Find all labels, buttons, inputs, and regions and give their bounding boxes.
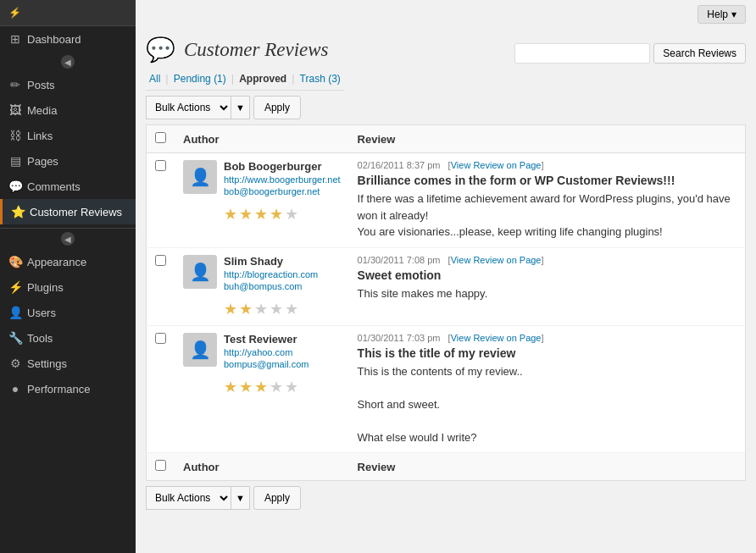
table-row: 👤Test Reviewerhttp://yahoo.combompus@gma… <box>147 325 746 453</box>
stars: ★★★★★ <box>224 205 341 224</box>
star-empty: ★ <box>285 378 298 396</box>
sidebar-item-label-settings: Settings <box>27 357 67 370</box>
sidebar-item-appearance[interactable]: 🎨Appearance <box>0 249 136 274</box>
bulk-actions-select-bottom[interactable]: Bulk Actions <box>146 486 231 510</box>
author-name: Slim Shady <box>224 255 318 268</box>
sidebar-item-plugins[interactable]: ⚡Plugins <box>0 274 136 300</box>
sidebar-item-dashboard[interactable]: ⊞Dashboard <box>0 26 136 52</box>
sidebar-item-tools[interactable]: 🔧Tools <box>0 325 136 351</box>
row-checkbox-cell <box>147 247 175 325</box>
plugins-icon: ⚡ <box>8 280 22 294</box>
row-checkbox[interactable] <box>155 333 166 344</box>
settings-icon: ⚙ <box>8 357 22 370</box>
star-filled: ★ <box>270 205 283 224</box>
sidebar-item-links[interactable]: ⛓Links <box>0 123 136 148</box>
apply-button-bottom[interactable]: Apply <box>253 486 301 510</box>
bulk-actions-arrow-top[interactable]: ▼ <box>231 96 250 119</box>
review-meta: 01/30/2011 7:08 pm [View Review on Page] <box>358 255 737 265</box>
sidebar-item-performance[interactable]: ●Performance <box>0 376 136 401</box>
sidebar-item-comments[interactable]: 💬Comments <box>0 174 136 199</box>
table-row: 👤Bob Boogerburgerhttp://www.boogerburger… <box>147 153 746 248</box>
table-header-row: Author Review <box>147 125 746 153</box>
help-button[interactable]: Help ▾ <box>698 5 746 24</box>
author-url[interactable]: http://yahoo.com <box>224 347 309 357</box>
view-review-link[interactable]: View Review on Page <box>451 255 542 265</box>
sidebar-item-label-media: Media <box>27 104 57 117</box>
page-header-icon: 💬 <box>146 36 175 64</box>
sidebar-nav: ⊞Dashboard◀✏Posts🖼Media⛓Links▤Pages💬Comm… <box>0 26 136 401</box>
author-email[interactable]: bob@boogerburger.net <box>224 186 341 196</box>
search-button[interactable]: Search Reviews <box>653 43 746 64</box>
review-meta: 01/30/2011 7:03 pm [View Review on Page] <box>358 333 737 343</box>
performance-icon: ● <box>8 382 22 395</box>
pages-icon: ▤ <box>8 154 22 168</box>
bulk-actions-select-top[interactable]: Bulk Actions <box>146 96 231 119</box>
stars: ★★★★★ <box>224 378 309 396</box>
table-row: 👤Slim Shadyhttp://blogreaction.combuh@bo… <box>147 247 746 325</box>
bulk-actions-arrow-bottom[interactable]: ▼ <box>231 486 250 510</box>
main-content: Help ▾ 💬 Customer Reviews All | Pending … <box>136 0 756 553</box>
star-filled: ★ <box>254 205 268 224</box>
star-empty: ★ <box>285 205 298 224</box>
row-checkbox[interactable] <box>155 160 166 171</box>
star-empty: ★ <box>270 378 283 396</box>
reviews-tbody: 👤Bob Boogerburgerhttp://www.boogerburger… <box>147 153 746 453</box>
author-email[interactable]: buh@bompus.com <box>224 281 318 291</box>
star-filled: ★ <box>224 205 237 224</box>
comments-icon: 💬 <box>8 180 22 193</box>
posts-icon: ✏ <box>8 78 22 91</box>
avatar: 👤 <box>183 160 217 194</box>
appearance-icon: 🎨 <box>8 255 22 268</box>
author-cell: 👤Bob Boogerburgerhttp://www.boogerburger… <box>175 153 349 248</box>
help-label: Help <box>707 8 728 20</box>
sidebar-item-users[interactable]: 👤Users <box>0 300 136 325</box>
review-cell: 02/16/2011 8:37 pm [View Review on Page]… <box>349 153 746 248</box>
sidebar-item-settings[interactable]: ⚙Settings <box>0 351 136 376</box>
review-cell: 01/30/2011 7:03 pm [View Review on Page]… <box>349 325 746 453</box>
filter-approved[interactable]: Approved <box>236 73 290 85</box>
star-empty: ★ <box>285 300 298 318</box>
sidebar-collapse-arrow-2[interactable]: ◀ <box>61 232 75 246</box>
content-area: All | Pending (1) | Approved | Trash (3)… <box>136 67 756 525</box>
review-body: If there was a lifetime achievement awar… <box>358 191 737 241</box>
view-review-link[interactable]: View Review on Page <box>451 160 542 170</box>
filter-trash[interactable]: Trash (3) <box>297 73 344 85</box>
tools-icon: 🔧 <box>8 331 22 345</box>
search-input[interactable] <box>514 43 650 64</box>
select-all-footer-header <box>147 453 175 481</box>
star-filled: ★ <box>239 300 253 318</box>
star-filled: ★ <box>224 300 237 318</box>
review-column-header: Review <box>349 125 746 153</box>
sidebar: ⚡ ⊞Dashboard◀✏Posts🖼Media⛓Links▤Pages💬Co… <box>0 0 136 553</box>
sidebar-item-posts[interactable]: ✏Posts <box>0 72 136 97</box>
review-title: This is the title of my review <box>358 346 737 360</box>
sidebar-item-pages[interactable]: ▤Pages <box>0 148 136 174</box>
review-body: This is the contents of my review..Short… <box>358 363 737 446</box>
apply-button-top[interactable]: Apply <box>253 96 301 119</box>
author-url[interactable]: http://blogreaction.com <box>224 269 318 279</box>
review-meta: 02/16/2011 8:37 pm [View Review on Page] <box>358 160 737 170</box>
row-checkbox[interactable] <box>155 255 166 266</box>
sidebar-collapse-arrow[interactable]: ◀ <box>61 55 75 69</box>
page-title: Customer Reviews <box>184 39 329 61</box>
sidebar-item-customer-reviews[interactable]: ⭐Customer Reviews <box>0 199 136 224</box>
sidebar-item-label-appearance: Appearance <box>27 256 86 268</box>
select-all-checkbox-footer[interactable] <box>155 460 166 471</box>
star-empty: ★ <box>254 300 268 318</box>
author-url[interactable]: http://www.boogerburger.net <box>224 174 341 185</box>
reviews-table: Author Review 👤Bob Boogerburgerhttp://ww… <box>146 124 746 481</box>
review-title: Sweet emotion <box>358 268 737 282</box>
bottom-actions-bar: Bulk Actions ▼ Apply <box>146 486 746 510</box>
filter-all[interactable]: All <box>146 73 164 85</box>
select-all-checkbox[interactable] <box>155 132 166 143</box>
review-cell: 01/30/2011 7:08 pm [View Review on Page]… <box>349 247 746 325</box>
sidebar-item-label-comments: Comments <box>27 180 81 193</box>
avatar: 👤 <box>183 333 217 367</box>
star-filled: ★ <box>239 378 253 396</box>
view-review-link[interactable]: View Review on Page <box>451 333 542 343</box>
filter-pending[interactable]: Pending (1) <box>170 73 230 85</box>
sidebar-item-media[interactable]: 🖼Media <box>0 97 136 123</box>
author-email[interactable]: bompus@gmail.com <box>224 359 309 369</box>
review-title: Brilliance comes in the form or WP Custo… <box>358 174 737 187</box>
author-name: Test Reviewer <box>224 333 309 346</box>
